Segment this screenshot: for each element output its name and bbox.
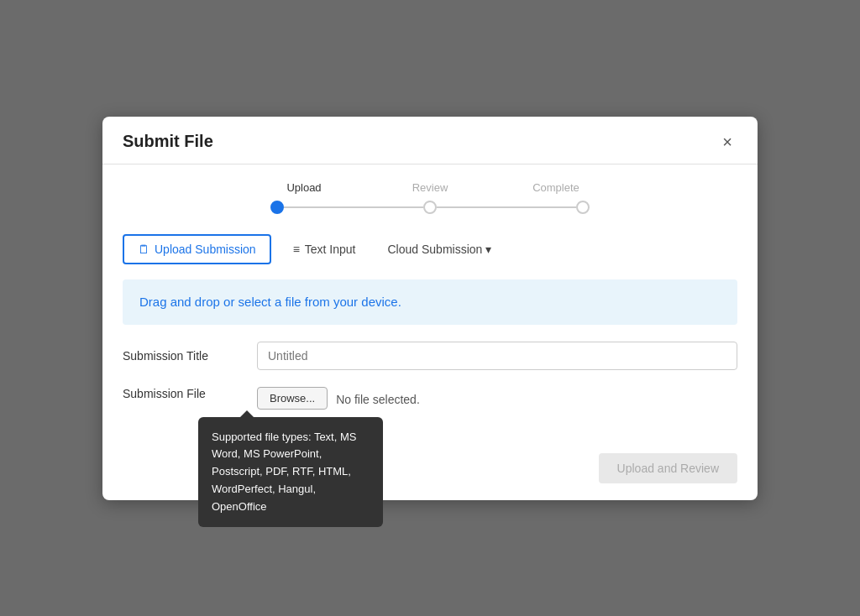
stepper-labels: Upload Review Complete: [270, 181, 590, 194]
tab-upload-submission-label: Upload Submission: [155, 243, 256, 256]
stepper: Upload Review Complete: [123, 181, 737, 214]
modal-header: Submit File ×: [102, 117, 758, 164]
drop-zone[interactable]: Drag and drop or select a file from your…: [123, 279, 737, 325]
submission-title-row: Submission Title: [123, 342, 737, 370]
tab-upload-submission[interactable]: 🗒 Upload Submission: [123, 234, 271, 264]
step-complete-label: Complete: [522, 181, 590, 194]
cloud-dropdown-icon: ▾: [485, 243, 491, 256]
drop-zone-text: Drag and drop or select a file from your…: [139, 295, 401, 309]
modal-dialog: Submit File × Upload Review Complete: [102, 117, 758, 500]
step-upload-label: Upload: [270, 181, 338, 194]
tab-text-input-label: Text Input: [305, 243, 356, 256]
step-1-circle: [270, 201, 284, 214]
submission-file-label: Submission File: [123, 387, 257, 400]
file-label-container: Submission File ?: [123, 387, 257, 400]
step-review-label: Review: [396, 181, 464, 194]
modal-body: Upload Review Complete 🗒 Upload Submissi…: [102, 164, 758, 443]
upload-submission-icon: 🗒: [138, 243, 149, 256]
text-input-icon: ≡: [293, 243, 300, 256]
cloud-submission-label: Cloud Submission: [388, 243, 483, 256]
step-3-circle: [576, 201, 590, 214]
step-2-circle: [423, 201, 437, 214]
step-line-1: [284, 206, 423, 208]
submission-tabs: 🗒 Upload Submission ≡ Text Input Cloud S…: [123, 234, 737, 264]
file-input-area: Browse... No file selected.: [257, 387, 420, 410]
modal-title: Submit File: [123, 132, 213, 151]
upload-review-button[interactable]: Upload and Review: [599, 453, 737, 483]
step-line-2: [437, 206, 576, 208]
browse-button[interactable]: Browse...: [257, 387, 328, 410]
submission-title-label: Submission Title: [123, 349, 257, 363]
no-file-text: No file selected.: [336, 389, 420, 406]
submission-title-input[interactable]: [257, 342, 737, 370]
overlay: Submit File × Upload Review Complete: [0, 0, 860, 616]
tab-cloud-submission[interactable]: Cloud Submission ▾: [378, 236, 502, 263]
submission-file-row: Submission File ? Browse... No file sele…: [123, 387, 737, 410]
file-type-tooltip: Supported file types: Text, MS Word, MS …: [198, 417, 383, 528]
stepper-track: [270, 201, 590, 214]
close-button[interactable]: ×: [717, 132, 737, 152]
tooltip-text: Supported file types: Text, MS Word, MS …: [212, 431, 356, 513]
tab-text-input[interactable]: ≡ Text Input: [278, 234, 371, 264]
